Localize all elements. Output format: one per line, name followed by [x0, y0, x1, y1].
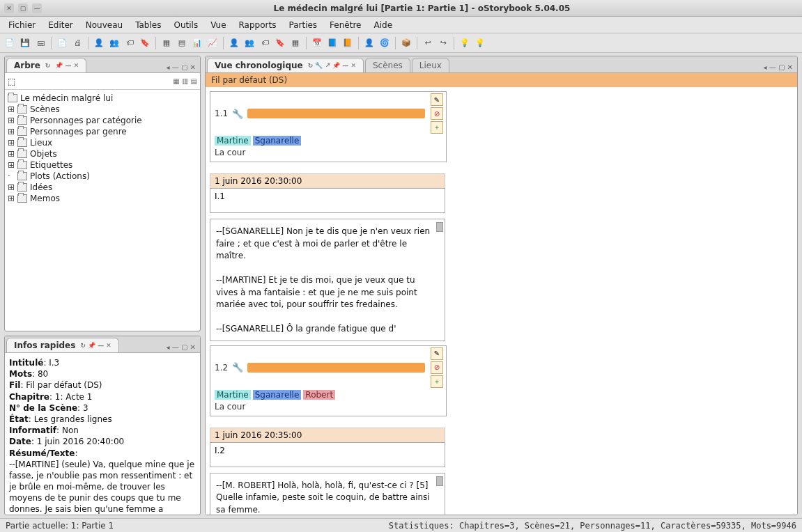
expand-icon[interactable]: ⊞ [8, 149, 15, 159]
menu-fenetre[interactable]: Fenêtre [324, 19, 367, 31]
char-sganarelle[interactable]: Sganarelle [253, 390, 302, 400]
toolbar-button[interactable]: 👤 [362, 36, 376, 50]
wrench-icon[interactable]: 🔧 [232, 362, 243, 373]
expand-icon[interactable]: ⊞ [8, 104, 15, 114]
toolbar-button[interactable]: ↪ [436, 36, 450, 50]
char-sganarelle[interactable]: Sganarelle [253, 136, 302, 146]
tree-node[interactable]: ⊞Scènes [6, 104, 199, 115]
toolbar-button[interactable]: 📄 [55, 36, 69, 50]
toolbar-button[interactable]: 📦 [399, 36, 413, 50]
refresh-icon[interactable]: ↻ [45, 62, 51, 69]
toolbar-button[interactable]: 📙 [341, 36, 355, 50]
scene-title-box[interactable]: I.1 [210, 188, 445, 213]
scrollbar-thumb[interactable] [436, 476, 443, 486]
toolbar-button[interactable]: 👤 [92, 36, 106, 50]
tree-node[interactable]: ⊞Idées [6, 182, 199, 193]
expand-icon[interactable]: ⊞ [8, 182, 15, 192]
toolbar-button[interactable]: 🔖 [273, 36, 287, 50]
expand-icon[interactable]: ⊞ [8, 116, 15, 125]
menu-tables[interactable]: Tables [130, 19, 167, 31]
close-icon[interactable]: ✕ [4, 3, 14, 13]
tree-node-label: Objets [30, 149, 57, 159]
delete-icon[interactable]: ⊘ [431, 361, 443, 374]
wrench-icon[interactable]: 🔧 [232, 109, 243, 119]
menu-aide[interactable]: Aide [368, 19, 398, 31]
scene-title-box[interactable]: I.2 [210, 442, 445, 467]
menu-nouveau[interactable]: Nouveau [80, 19, 128, 31]
toolbar-button[interactable]: 💾 [18, 36, 32, 50]
toolbar-button[interactable]: 📘 [325, 36, 339, 50]
delete-icon[interactable]: ⊘ [431, 107, 443, 120]
toolbar-button[interactable]: 🔖 [138, 36, 152, 50]
expand-icon[interactable]: ⊞ [8, 138, 15, 148]
toolbar-button[interactable]: ▦ [288, 36, 302, 50]
toolbar-button[interactable]: 💡 [473, 36, 487, 50]
tab-arbre-label: Arbre [14, 61, 40, 70]
maximize-icon[interactable]: ▢ [18, 3, 28, 13]
panel-controls[interactable]: ◂ — ▢ ✕ [162, 342, 200, 352]
toolbar-button[interactable]: 💡 [458, 36, 472, 50]
tab-infos[interactable]: Infos rapides↻ 📌 — ✕ [6, 338, 119, 352]
toolbar-button[interactable]: 🌀 [378, 36, 392, 50]
tab-chrono[interactable]: Vue chronologique↻ 🔧 ↗ 📌 — ✕ [207, 58, 364, 72]
chrono-tab-icons[interactable]: ↻ 🔧 ↗ 📌 — ✕ [308, 62, 356, 69]
toolbar-button[interactable]: 👥 [107, 36, 121, 50]
tree-node[interactable]: ⊞Personnages par catégorie [6, 115, 199, 126]
toolbar-button[interactable]: 🏷 [258, 36, 272, 50]
tree-root[interactable]: Le médecin malgré lui [6, 93, 199, 104]
add-icon[interactable]: ＋ [431, 121, 443, 134]
panel-controls[interactable]: ◂ — ▢ ✕ [759, 62, 797, 72]
toolbar-button[interactable]: ↩ [421, 36, 435, 50]
refresh-icon[interactable]: ↻ 📌 — ✕ [80, 342, 111, 349]
tab-lieux[interactable]: Lieux [412, 58, 449, 72]
tree-node[interactable]: ⊞Objets [6, 148, 199, 159]
pin-icon[interactable]: 📌 — ✕ [55, 62, 79, 69]
tree-node[interactable]: ⊞Memos [6, 193, 199, 204]
toolbar-button[interactable]: 🖨 [70, 36, 84, 50]
char-robert[interactable]: Robert [303, 390, 335, 400]
menu-vue[interactable]: Vue [205, 19, 231, 31]
menu-outils[interactable]: Outils [168, 19, 203, 31]
toolbar-button[interactable]: 📈 [206, 36, 219, 50]
scene-location: La cour [210, 147, 446, 162]
menu-fichier[interactable]: Fichier [3, 19, 41, 31]
toolbar-button[interactable]: 👤 [227, 36, 241, 50]
edit-icon[interactable]: ✎ [431, 347, 443, 360]
char-martine[interactable]: Martine [215, 136, 251, 146]
toolbar-button[interactable]: ▦ [160, 36, 173, 50]
toolbar-button[interactable]: ▤ [175, 36, 189, 50]
chrono-body[interactable]: Fil par défaut (DS) 1.1 🔧 ✎ ⊘ ＋ [206, 73, 797, 515]
toolbar-button[interactable]: 👥 [242, 36, 256, 50]
expand-icon[interactable]: ⊞ [8, 160, 15, 170]
toolbar-button[interactable]: 📊 [190, 36, 204, 50]
scrollbar-thumb[interactable] [436, 222, 443, 232]
toolbar-button[interactable]: 🖴 [33, 36, 47, 50]
tree-node[interactable]: ⊞Personnages par genre [6, 126, 199, 137]
tree-node[interactable]: ⊞Etiquettes [6, 159, 199, 171]
expand-icon[interactable]: ⊞ [8, 194, 15, 203]
panel-controls[interactable]: ◂ — ▢ ✕ [162, 62, 200, 72]
minimize-icon[interactable]: — [32, 3, 42, 13]
menu-parties[interactable]: Parties [283, 19, 323, 31]
toolbar-button[interactable]: 📅 [310, 36, 324, 50]
tree-view-icons[interactable]: ▦ ▥ ▤ [173, 77, 197, 85]
character-row: Martine Sganarelle [210, 135, 446, 147]
tab-arbre[interactable]: Arbre↻📌 — ✕ [6, 58, 86, 72]
tree-node-label: Personnages par catégorie [30, 116, 142, 125]
scene-text-box[interactable]: --[M. ROBERT] Holà, holà, holà, fi, qu'e… [210, 473, 445, 515]
toolbar-button[interactable]: 🏷 [123, 36, 137, 50]
tree-node[interactable]: ⊞Lieux [6, 137, 199, 148]
tree-mode-icon[interactable]: ⬚ [8, 77, 15, 86]
menu-editer[interactable]: Editer [43, 19, 79, 31]
tab-scenes[interactable]: Scènes [365, 58, 410, 72]
expand-icon[interactable]: ⊞ [8, 127, 15, 136]
tree-node[interactable]: ·Plots (Actions) [6, 171, 199, 182]
scene-text-box[interactable]: --[SGANARELLE] Non je te dis que je n'en… [210, 219, 445, 341]
toolbar-button[interactable]: 📄 [3, 36, 17, 50]
edit-icon[interactable]: ✎ [431, 93, 443, 106]
menu-rapports[interactable]: Rapports [233, 19, 282, 31]
char-martine[interactable]: Martine [215, 390, 251, 400]
tree-view[interactable]: Le médecin malgré lui ⊞Scènes⊞Personnage… [5, 90, 200, 331]
label: Fil [9, 380, 20, 390]
add-icon[interactable]: ＋ [431, 375, 443, 388]
